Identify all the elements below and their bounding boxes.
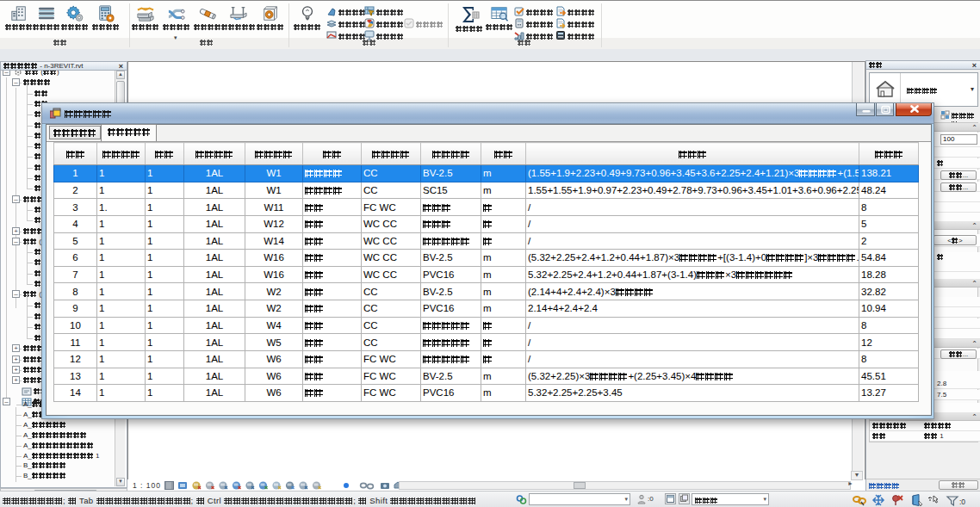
svg-text::0: :0 — [959, 498, 965, 506]
